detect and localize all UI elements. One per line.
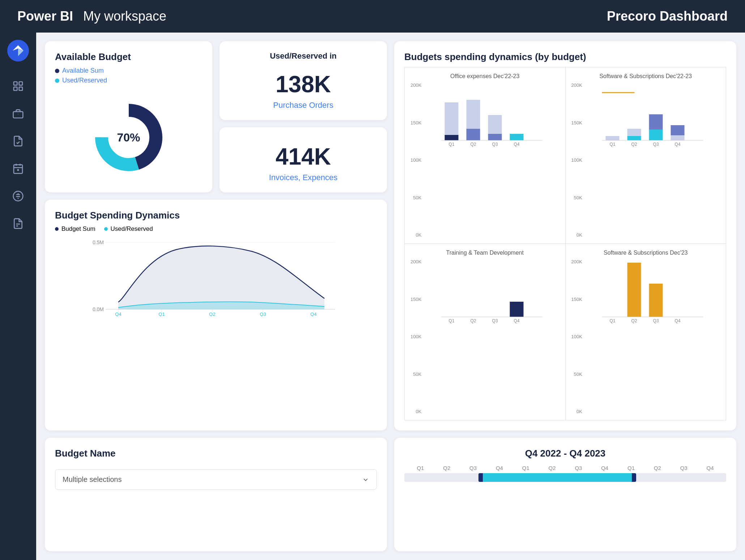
legend-used-reserved: Used/Reserved (55, 77, 202, 84)
svg-text:2023: 2023 (308, 316, 319, 317)
y-label: 150K (571, 297, 582, 302)
bar-chart-software1: Software & Subscriptions Dec'22-23 200K … (566, 67, 727, 244)
svg-text:Q4: Q4 (514, 142, 520, 147)
legend-circle-cyan (104, 227, 108, 231)
tq-q3-2: Q3 (565, 465, 592, 471)
legend-label-used-reserved: Used/Reserved (62, 77, 107, 84)
topbar-workspace: My workspace (83, 9, 166, 24)
tq-q1-1: Q1 (407, 465, 434, 471)
topbar: Power BI My workspace Precoro Dashboard (0, 0, 745, 33)
timeline-card: Q4 2022 - Q4 2023 Q1 Q2 Q3 Q4 Q1 Q2 Q3 Q… (394, 438, 736, 551)
y-label: 200K (571, 82, 582, 88)
y-label: 150K (571, 120, 582, 126)
legend-used-reserved-label: Used/Reserved (111, 225, 153, 233)
y-axis-software2: 200K 150K 100K 50K 0K (571, 259, 585, 414)
svg-text:0.0M: 0.0M (93, 306, 104, 312)
legend-circle-dark (55, 227, 59, 231)
money-icon (12, 190, 24, 202)
budget-name-card: Budget Name Multiple selections (45, 438, 387, 551)
bar-chart-training: Training & Team Development 200K 150K 10… (405, 244, 566, 420)
svg-point-10 (18, 170, 19, 171)
bar-chart-office-area: 200K 150K 100K 50K 0K (410, 82, 559, 238)
y-label: 50K (571, 372, 582, 377)
bar-segment (627, 129, 641, 136)
topbar-brand: Power BI (17, 9, 73, 24)
bar-segment (649, 114, 663, 130)
tq-q3-1: Q3 (460, 465, 486, 471)
bar-segment (605, 136, 619, 140)
svg-text:Q1: Q1 (449, 318, 455, 323)
bar-segment (627, 263, 641, 317)
svg-text:Q2: Q2 (631, 142, 637, 147)
sidebar-item-briefcase[interactable] (8, 103, 28, 124)
bar-chart-office: Office expenses Dec'22-23 200K 150K 100K… (405, 67, 566, 244)
document-check-icon (12, 135, 24, 147)
svg-rect-0 (14, 82, 17, 85)
sidebar-item-calendar[interactable] (8, 158, 28, 179)
used-reserved-header: Used/Reserved in (230, 51, 377, 61)
bar-segment (649, 130, 663, 140)
sidebar-item-document[interactable] (8, 131, 28, 151)
budget-name-dropdown[interactable]: Multiple selections (55, 469, 377, 490)
svg-text:Q4: Q4 (674, 142, 680, 147)
grid-icon (12, 80, 24, 92)
svg-rect-1 (19, 82, 22, 85)
bar-chart-office-title: Office expenses Dec'22-23 (410, 73, 559, 80)
y-label: 150K (410, 120, 421, 126)
main-content: Available Budget Available Sum Used/Rese… (36, 33, 745, 560)
svg-text:Q3: Q3 (492, 142, 498, 147)
timeline-quarters-row: Q1 Q2 Q3 Q4 Q1 Q2 Q3 Q4 Q1 Q2 Q3 Q4 (404, 465, 726, 471)
timeline-slider[interactable] (404, 473, 726, 482)
bar-chart-training-title: Training & Team Development (410, 250, 559, 256)
invoices-label: Invoices, Expences (230, 173, 377, 182)
top-left-section: Available Budget Available Sum Used/Rese… (45, 41, 387, 192)
svg-text:0.5M: 0.5M (93, 239, 104, 245)
y-label: 150K (410, 297, 421, 302)
report-icon (12, 218, 24, 229)
svg-text:Q1: Q1 (609, 318, 615, 323)
purchase-orders-card: Used/Reserved in 138K Purchase Orders (220, 41, 387, 120)
dynamics-right-title: Budgets spending dynamics (by budget) (404, 51, 726, 63)
bar-chart-software2: Software & Subscriptions Dec'23 200K 150… (566, 244, 727, 420)
svg-text:Q3: Q3 (492, 318, 498, 323)
spending-dynamics-title: Budget Spending Dynamics (55, 210, 377, 221)
y-label: 100K (410, 157, 421, 163)
svg-text:Q3: Q3 (260, 311, 266, 317)
tq-q1-2: Q1 (512, 465, 539, 471)
used-reserved-column: Used/Reserved in 138K Purchase Orders 41… (220, 41, 387, 192)
y-label: 200K (571, 259, 582, 264)
sidebar-item-money[interactable] (8, 186, 28, 206)
bar-chart-software2-area: 200K 150K 100K 50K 0K Q1 Q2 Q (571, 259, 720, 414)
sidebar-logo[interactable] (7, 40, 29, 61)
tq-q2-3: Q2 (644, 465, 670, 471)
svg-rect-2 (14, 87, 17, 90)
tq-q1-3: Q1 (618, 465, 644, 471)
dynamics-right-card: Budgets spending dynamics (by budget) Of… (394, 41, 736, 430)
y-label: 100K (571, 157, 582, 163)
software2-bar-svg: Q1 Q2 Q3 Q4 (585, 259, 720, 324)
svg-text:Q2: Q2 (471, 318, 476, 323)
svg-rect-4 (13, 112, 23, 118)
sidebar-item-grid[interactable] (8, 76, 28, 96)
available-budget-card: Available Budget Available Sum Used/Rese… (45, 41, 212, 192)
tq-q3-3: Q3 (670, 465, 697, 471)
bar-segment (670, 135, 684, 140)
bar-chart-training-area: 200K 150K 100K 50K 0K Q1 Q2 Q3 Q4 (410, 259, 559, 414)
y-label: 50K (410, 372, 421, 377)
svg-text:Q3: Q3 (653, 142, 659, 147)
left-column: Available Budget Available Sum Used/Rese… (45, 41, 387, 430)
svg-text:Q2: Q2 (471, 142, 476, 147)
sidebar-item-report[interactable] (8, 213, 28, 234)
budget-spending-dynamics-card: Budget Spending Dynamics Budget Sum Used… (45, 200, 387, 430)
bar-chart-software2-title: Software & Subscriptions Dec'23 (571, 250, 720, 256)
tq-q4-2: Q4 (592, 465, 618, 471)
y-label: 50K (410, 195, 421, 200)
timeline-handle-right[interactable] (632, 473, 636, 482)
bar-charts-grid: Office expenses Dec'22-23 200K 150K 100K… (404, 67, 726, 420)
legend-used-reserved-2: Used/Reserved (104, 225, 153, 233)
y-label: 0K (571, 232, 582, 238)
y-label: 0K (410, 232, 421, 238)
purchase-orders-value: 138K (230, 71, 377, 98)
legend-available-sum: Available Sum (55, 67, 202, 75)
timeline-handle-left[interactable] (478, 473, 483, 482)
